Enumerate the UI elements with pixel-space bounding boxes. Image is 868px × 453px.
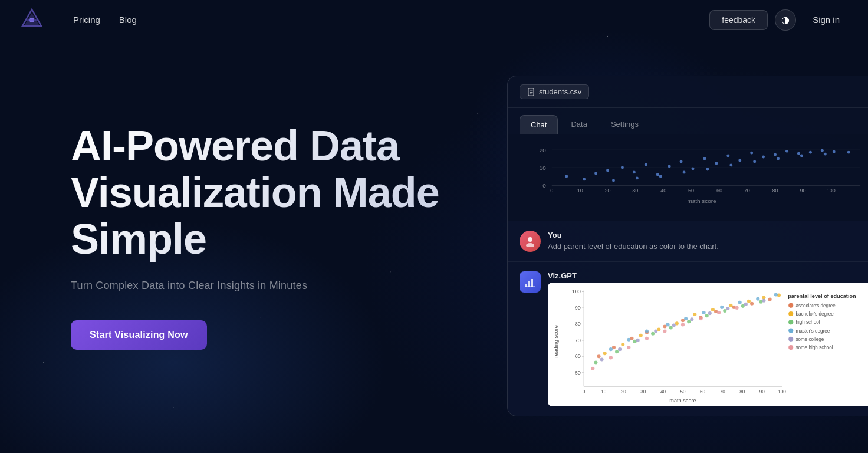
svg-point-163 xyxy=(788,320,793,324)
svg-point-156 xyxy=(717,311,721,314)
svg-point-137 xyxy=(756,297,760,301)
svg-text:parental level of education: parental level of education xyxy=(788,293,856,299)
initial-chart-area: 20 10 0 0 10 20 30 40 50 60 70 80 90 xyxy=(508,134,868,221)
svg-text:80: 80 xyxy=(575,321,581,327)
svg-point-48 xyxy=(797,152,800,155)
svg-text:50: 50 xyxy=(688,188,694,193)
file-chip: students.csv xyxy=(520,84,589,99)
bot-icon xyxy=(524,275,537,288)
svg-text:90: 90 xyxy=(760,389,765,395)
file-icon xyxy=(527,88,535,96)
svg-rect-66 xyxy=(528,281,530,287)
svg-text:100: 100 xyxy=(778,389,786,395)
bot-message-content: Viz.GPT 100 90 80 xyxy=(548,271,868,406)
nav-links: Pricing Blog xyxy=(64,10,146,29)
svg-text:high school: high school xyxy=(795,320,820,325)
svg-point-132 xyxy=(666,323,670,326)
svg-point-49 xyxy=(809,151,812,154)
svg-point-161 xyxy=(788,311,793,316)
sign-in-button[interactable]: Sign in xyxy=(803,10,849,29)
svg-point-129 xyxy=(609,347,613,351)
tab-data[interactable]: Data xyxy=(560,115,597,134)
svg-point-51 xyxy=(833,150,836,153)
user-message-content: You Add parent level of education as col… xyxy=(548,231,868,251)
svg-point-41 xyxy=(715,162,718,165)
demo-panel: students.csv Chat Data Settings xyxy=(507,76,868,416)
svg-text:reading score: reading score xyxy=(553,325,559,357)
hero-content: AI-Powered Data Visualization Made Simpl… xyxy=(71,87,484,350)
svg-text:90: 90 xyxy=(800,188,805,193)
svg-point-29 xyxy=(565,175,568,178)
svg-point-149 xyxy=(591,367,594,370)
nav-pricing[interactable]: Pricing xyxy=(64,10,110,29)
svg-point-116 xyxy=(747,300,751,303)
svg-point-52 xyxy=(612,179,615,182)
svg-point-122 xyxy=(651,332,655,336)
svg-point-154 xyxy=(681,323,685,326)
hero-title: AI-Powered Data Visualization Made Simpl… xyxy=(71,123,484,263)
svg-point-58 xyxy=(753,160,756,163)
svg-point-109 xyxy=(621,343,624,346)
svg-point-47 xyxy=(785,150,788,153)
svg-point-37 xyxy=(668,165,671,168)
svg-text:80: 80 xyxy=(772,188,778,193)
svg-point-102 xyxy=(681,319,685,322)
svg-point-143 xyxy=(672,323,676,327)
svg-text:70: 70 xyxy=(720,389,726,395)
bot-name: Viz.GPT xyxy=(548,271,868,280)
svg-point-136 xyxy=(738,301,742,304)
svg-point-64 xyxy=(526,243,534,247)
cta-button[interactable]: Start Visualizing Now xyxy=(71,320,207,350)
bot-avatar xyxy=(520,271,541,293)
svg-point-118 xyxy=(777,293,781,297)
svg-text:0: 0 xyxy=(550,188,553,193)
svg-point-45 xyxy=(762,156,765,159)
svg-point-153 xyxy=(663,330,666,333)
svg-point-115 xyxy=(729,304,732,307)
file-name: students.csv xyxy=(539,87,581,96)
logo[interactable] xyxy=(19,7,45,33)
svg-point-35 xyxy=(645,163,647,166)
svg-point-144 xyxy=(690,317,693,321)
nav-blog[interactable]: Blog xyxy=(110,10,146,29)
svg-point-106 xyxy=(750,302,754,306)
svg-point-139 xyxy=(600,357,604,361)
bot-message: Viz.GPT 100 90 80 xyxy=(508,261,868,416)
tab-chat[interactable]: Chat xyxy=(520,115,558,134)
svg-point-114 xyxy=(711,308,715,311)
user-name: You xyxy=(548,231,868,239)
svg-text:50: 50 xyxy=(680,389,686,395)
svg-point-34 xyxy=(633,171,636,174)
hero-subtitle: Turn Complex Data into Clear Insights in… xyxy=(71,280,484,292)
svg-point-112 xyxy=(675,321,679,325)
svg-text:30: 30 xyxy=(632,188,638,193)
svg-point-44 xyxy=(750,152,753,155)
feedback-button[interactable]: feedback xyxy=(709,10,768,30)
svg-point-36 xyxy=(656,173,659,176)
svg-point-140 xyxy=(618,347,622,351)
svg-point-53 xyxy=(636,176,639,179)
svg-point-126 xyxy=(723,309,726,313)
svg-point-33 xyxy=(621,166,624,169)
svg-point-151 xyxy=(627,346,630,349)
svg-point-135 xyxy=(720,306,724,309)
user-message: You Add parent level of education as col… xyxy=(508,221,868,261)
svg-point-123 xyxy=(669,326,673,329)
svg-text:bachelor's degree: bachelor's degree xyxy=(795,311,834,317)
svg-point-43 xyxy=(738,159,741,162)
svg-point-46 xyxy=(774,153,777,156)
svg-point-56 xyxy=(706,168,709,171)
svg-point-146 xyxy=(726,307,729,310)
svg-text:60: 60 xyxy=(575,353,581,359)
svg-point-107 xyxy=(768,298,772,301)
tab-settings[interactable]: Settings xyxy=(600,115,649,134)
svg-point-59 xyxy=(777,157,780,160)
demo-tabs: Chat Data Settings xyxy=(508,108,868,134)
svg-text:math score: math score xyxy=(687,198,716,204)
theme-toggle-button[interactable]: ◑ xyxy=(775,9,796,31)
svg-text:100: 100 xyxy=(827,188,836,193)
svg-point-31 xyxy=(594,172,597,175)
hero-section: AI-Powered Data Visualization Made Simpl… xyxy=(0,40,868,453)
svg-point-133 xyxy=(684,317,688,320)
svg-point-63 xyxy=(528,237,532,242)
